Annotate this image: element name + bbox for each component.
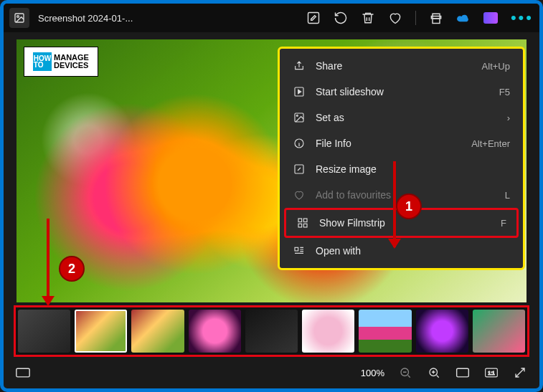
file-title: Screenshot 2024-01-...	[38, 13, 133, 24]
menu-shortcut: Alt+Up	[482, 61, 510, 72]
app-icon[interactable]	[9, 8, 29, 28]
thumbnail[interactable]	[189, 310, 241, 353]
zoom-in-icon[interactable]	[426, 365, 442, 381]
delete-icon[interactable]	[361, 11, 375, 25]
resize-icon	[293, 163, 306, 175]
svg-rect-3	[433, 19, 440, 24]
filmstrip-toggle-icon[interactable]	[15, 365, 31, 381]
openwith-icon	[293, 245, 306, 257]
thumbnail[interactable]	[302, 310, 354, 353]
menu-setas[interactable]: Set as ›	[283, 105, 520, 130]
svg-point-6	[296, 115, 298, 116]
annotation-arrow-2	[47, 219, 49, 305]
menu-label: Start slideshow	[316, 86, 489, 97]
thumbnail[interactable]	[131, 310, 184, 353]
menu-label: File Info	[316, 138, 461, 149]
thumbnail[interactable]	[416, 310, 468, 353]
rotate-icon[interactable]	[334, 11, 348, 25]
zoom-out-icon[interactable]	[397, 365, 413, 381]
thumbnail[interactable]	[245, 310, 298, 353]
menu-openwith[interactable]: Open with	[283, 238, 520, 264]
svg-rect-9	[298, 219, 302, 222]
actual-size-icon[interactable]: 1:1	[483, 365, 499, 381]
title-bar: Screenshot 2024-01-... •••	[4, 4, 539, 32]
menu-slideshow[interactable]: Start slideshow F5	[283, 79, 520, 105]
divider	[415, 11, 416, 25]
svg-rect-12	[303, 224, 307, 227]
fit-icon[interactable]	[455, 365, 471, 381]
thumbnail[interactable]	[359, 310, 411, 353]
more-icon[interactable]: •••	[511, 9, 534, 27]
svg-point-1	[17, 16, 19, 18]
menu-fileinfo[interactable]: File Info Alt+Enter	[283, 130, 520, 156]
filmstrip-icon	[296, 217, 309, 229]
annotation-badge-1: 1	[396, 193, 422, 219]
fullscreen-icon[interactable]	[512, 365, 528, 381]
svg-text:1:1: 1:1	[488, 371, 495, 376]
menu-shortcut: F	[501, 218, 506, 229]
svg-rect-10	[303, 219, 307, 222]
print-icon[interactable]	[429, 11, 443, 25]
designer-icon[interactable]	[483, 11, 498, 25]
svg-rect-11	[298, 224, 302, 227]
context-menu: Share Alt+Up Start slideshow F5 Set as ›…	[278, 47, 525, 270]
menu-resize[interactable]: Resize image	[283, 156, 520, 182]
menu-label: Resize image	[316, 163, 500, 175]
menu-label: Set as	[316, 112, 497, 123]
thumbnail-selected[interactable]	[75, 310, 127, 353]
svg-rect-13	[295, 247, 298, 251]
thumbnail[interactable]	[473, 310, 525, 353]
menu-shortcut: Alt+Enter	[471, 138, 510, 149]
onedrive-icon[interactable]	[456, 11, 471, 25]
share-icon	[293, 60, 306, 72]
toolbar: •••	[306, 9, 534, 27]
menu-label: Share	[316, 60, 472, 72]
edit-icon[interactable]	[306, 11, 321, 25]
menu-shortcut: L	[505, 190, 510, 201]
menu-shortcut: F5	[499, 87, 510, 97]
filmstrip[interactable]	[14, 305, 529, 357]
setas-icon	[293, 112, 306, 123]
status-bar: 100% 1:1	[11, 360, 532, 385]
info-icon	[293, 138, 306, 149]
watermark-box: HOWTO	[33, 52, 52, 71]
chevron-right-icon: ›	[507, 113, 510, 123]
annotation-arrow-1	[393, 161, 396, 247]
menu-share[interactable]: Share Alt+Up	[283, 53, 520, 79]
annotation-badge-2: 2	[59, 256, 85, 282]
zoom-level: 100%	[361, 368, 384, 378]
favourite-icon[interactable]	[388, 11, 402, 25]
thumbnail[interactable]	[18, 310, 70, 353]
svg-rect-17	[457, 368, 469, 377]
watermark-text: MANAGEDEVICES	[54, 54, 89, 70]
play-icon	[293, 86, 306, 97]
svg-rect-14	[16, 368, 29, 377]
watermark: HOWTO MANAGEDEVICES	[24, 47, 98, 77]
heart-icon	[293, 189, 306, 201]
svg-rect-2	[308, 13, 318, 24]
menu-label: Open with	[316, 245, 500, 257]
